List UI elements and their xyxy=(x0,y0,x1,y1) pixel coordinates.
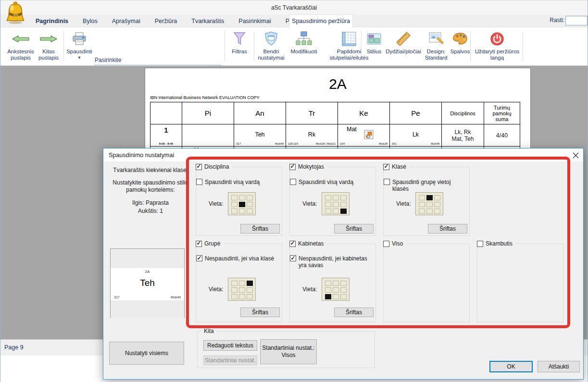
position-cell[interactable] xyxy=(333,209,339,214)
find-input[interactable] xyxy=(565,16,588,25)
position-cell[interactable] xyxy=(340,281,347,286)
card-preview-thumbnail: 2A Teh 317 Mok49 xyxy=(110,248,185,318)
kabinetas-checkbox[interactable] xyxy=(289,241,296,247)
skambutis-checkbox[interactable] xyxy=(477,241,483,247)
position-cell[interactable] xyxy=(231,195,238,200)
position-cell[interactable] xyxy=(247,294,253,299)
position-cell[interactable] xyxy=(333,294,339,299)
style-button[interactable]: Stilius xyxy=(363,30,385,55)
print-full-name-checkbox[interactable] xyxy=(196,179,202,185)
position-cell[interactable] xyxy=(340,202,347,207)
position-cell[interactable] xyxy=(247,281,253,286)
font-button-kabinetas[interactable]: Šriftas xyxy=(334,308,374,317)
position-cell[interactable] xyxy=(239,281,245,286)
position-cell[interactable] xyxy=(231,287,238,293)
close-preview-button[interactable]: Uždaryti peržiūros langą xyxy=(474,30,521,61)
menu-item-aprasymai[interactable]: Aprašymai xyxy=(105,18,148,25)
position-cell[interactable] xyxy=(231,209,238,214)
position-cell[interactable] xyxy=(426,195,433,200)
viso-checkbox[interactable] xyxy=(383,241,389,247)
group-kabinetas: Kabinetas Nespausdinti, jei kabinetas yr… xyxy=(289,244,376,322)
next-page-button[interactable]: Kitas puslapis xyxy=(35,30,62,61)
print-group-instead-checkbox[interactable] xyxy=(384,179,390,185)
menu-item-perziura[interactable]: Peržiūra xyxy=(148,18,185,25)
colors-button[interactable]: Spalvos xyxy=(448,30,473,55)
position-cell[interactable] xyxy=(231,281,238,286)
position-cell[interactable] xyxy=(239,195,245,200)
position-cell[interactable] xyxy=(247,202,253,207)
palette-icon xyxy=(448,30,473,48)
disciplina-checkbox[interactable] xyxy=(196,164,202,170)
asc-logo-bell-icon[interactable]: -asc xyxy=(4,1,26,26)
no-print-if-whole-class-checkbox[interactable] xyxy=(196,255,202,261)
position-cell[interactable] xyxy=(340,294,347,299)
position-cell[interactable] xyxy=(434,195,440,200)
position-cell[interactable] xyxy=(419,195,425,200)
cancel-button[interactable]: Atšaukti xyxy=(538,361,580,372)
design-button[interactable]: Design: Standard xyxy=(422,30,450,61)
position-cell[interactable] xyxy=(333,287,339,293)
position-cell[interactable] xyxy=(247,287,253,293)
font-button-mokytojas[interactable]: Šriftas xyxy=(334,224,374,234)
position-cell[interactable] xyxy=(426,202,433,207)
position-cell[interactable] xyxy=(247,209,253,214)
filter-button[interactable]: Filtras xyxy=(226,30,252,55)
position-cell[interactable] xyxy=(231,294,238,299)
position-cell[interactable] xyxy=(325,281,331,286)
font-button-disciplina[interactable]: Šriftas xyxy=(240,224,280,234)
position-cell[interactable] xyxy=(239,294,245,299)
print-button[interactable]: Spausdinti ▼ xyxy=(65,30,94,61)
position-cell[interactable] xyxy=(419,202,425,207)
general-settings-button[interactable]: Bendri nustatymai xyxy=(256,30,286,61)
klase-checkbox[interactable] xyxy=(383,164,389,170)
arrow-right-icon xyxy=(35,30,62,48)
position-cell[interactable] xyxy=(325,294,331,299)
modify-button[interactable]: Modifikuoti xyxy=(287,30,321,55)
position-cell[interactable] xyxy=(239,202,245,207)
defaults-button[interactable]: Standartiniai nustat. xyxy=(203,356,257,365)
position-cell[interactable] xyxy=(419,209,425,214)
print-full-name-checkbox[interactable] xyxy=(290,179,296,185)
ruler-icon xyxy=(384,30,423,48)
no-print-if-own-room-checkbox[interactable] xyxy=(290,255,296,261)
tab-spausdinimo-perziura[interactable]: Spausdinimo peržiūra xyxy=(289,14,353,27)
position-cell[interactable] xyxy=(434,209,440,214)
position-cell[interactable] xyxy=(325,287,331,293)
position-cell[interactable] xyxy=(434,202,440,207)
menu-item-pagrindinis[interactable]: Pagrindinis xyxy=(28,18,75,25)
position-cell[interactable] xyxy=(333,195,339,200)
find-label: Rasti: xyxy=(550,17,564,24)
set-for-all-button[interactable]: Nustatyti visiems xyxy=(109,342,184,365)
edit-texts-button[interactable]: Redaguoti tekstus xyxy=(203,340,257,351)
evaluation-watermark: IBN International Business Network EVALU… xyxy=(150,95,260,100)
mokytojas-checkbox[interactable] xyxy=(289,164,296,170)
ok-button[interactable]: OK xyxy=(489,361,533,372)
menu-item-tvarkarastis[interactable]: Tvarkaraštis xyxy=(184,18,231,25)
position-cell[interactable] xyxy=(231,202,238,207)
group-skambutis: Skambutis xyxy=(477,244,563,322)
position-cell[interactable] xyxy=(340,195,347,200)
sizes-widths-button[interactable]: Dydžiai/pločiai xyxy=(384,30,423,55)
position-cell[interactable] xyxy=(239,209,245,214)
position-cell[interactable] xyxy=(239,287,245,293)
header-cell-pe: Pe xyxy=(390,102,442,124)
position-cell[interactable] xyxy=(333,281,339,286)
menu-item-bylos[interactable]: Bylos xyxy=(75,18,105,25)
defaults-all-button[interactable]: Standartiniai nustat.: Visos xyxy=(260,339,317,364)
dialog-close-icon[interactable] xyxy=(571,151,580,160)
position-cell[interactable] xyxy=(247,195,253,200)
power-icon xyxy=(474,30,521,48)
position-cell[interactable] xyxy=(426,209,433,214)
menu-item-pasirinkimai[interactable]: Pasirinkimai xyxy=(231,18,278,25)
font-button-grupe[interactable]: Šriftas xyxy=(240,308,280,317)
position-cell[interactable] xyxy=(325,202,331,207)
position-cell[interactable] xyxy=(325,195,331,200)
font-button-klase[interactable]: Šriftas xyxy=(428,224,467,234)
position-cell[interactable] xyxy=(340,209,347,214)
grupe-checkbox[interactable] xyxy=(196,241,202,247)
previous-page-button[interactable]: Ankstesnis puslapis xyxy=(5,30,36,61)
position-cell[interactable] xyxy=(340,287,347,293)
position-cell[interactable] xyxy=(333,202,339,207)
height-value: Aukštis: 1 xyxy=(108,208,193,214)
position-cell[interactable] xyxy=(325,209,331,214)
